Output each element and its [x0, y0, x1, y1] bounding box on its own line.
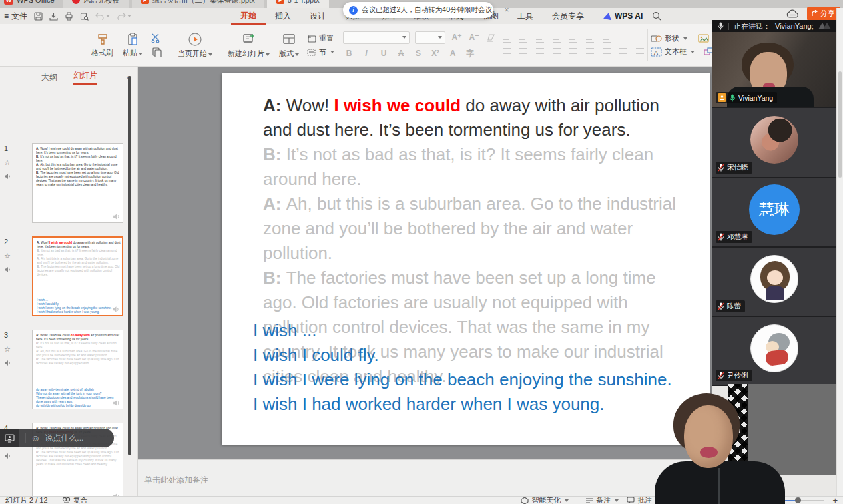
- line-spacing-sub-icon[interactable]: [602, 47, 611, 55]
- vertical-scrollbar[interactable]: [838, 71, 842, 178]
- layout-button[interactable]: 版式: [274, 32, 304, 59]
- shapes-button[interactable]: 形状: [651, 33, 687, 43]
- slide-thumbnail-3[interactable]: A: Wow! I wish we could do away with air…: [32, 330, 123, 409]
- document-tab-2[interactable]: P5-1 T.pptx: [267, 0, 329, 8]
- align-right-icon[interactable]: [535, 47, 545, 55]
- menu-tab-开始[interactable]: 开始: [231, 8, 266, 25]
- slide-sorter-view-button[interactable]: [685, 497, 694, 504]
- slide-thumbnail-2[interactable]: A: Wow! I wish we could do away with air…: [32, 236, 123, 316]
- zoom-slider[interactable]: [780, 500, 824, 501]
- line-spacing-icon[interactable]: [619, 47, 628, 55]
- notes-button[interactable]: 备注: [585, 495, 619, 504]
- save-icon[interactable]: [34, 12, 43, 21]
- participant-tile-宋怡晓[interactable]: 宋怡晓: [712, 108, 836, 177]
- audio-icon[interactable]: [4, 360, 11, 366]
- textbox-button[interactable]: A 文本框: [651, 47, 695, 57]
- slide-thumbnail-1[interactable]: A: Wow! I wish we could do away with air…: [32, 143, 123, 223]
- audio-icon[interactable]: [4, 173, 11, 180]
- thumbnail-audio-badge[interactable]: [113, 213, 121, 220]
- vertical-align-icon[interactable]: [635, 47, 645, 55]
- copy-format-icon[interactable]: [602, 36, 611, 43]
- emoji-icon[interactable]: ☺: [31, 433, 40, 443]
- menu-tab-插入[interactable]: 插入: [266, 9, 300, 24]
- line-spacing-add-icon[interactable]: [585, 47, 595, 55]
- menu-tab-设计[interactable]: 设计: [300, 9, 335, 24]
- menu-tab-工具[interactable]: 工具: [508, 9, 543, 24]
- increase-font-icon[interactable]: A⁺: [451, 33, 463, 42]
- zoom-slider-knob[interactable]: [795, 497, 801, 503]
- undo-icon[interactable]: [95, 12, 110, 20]
- slideshow-play-button[interactable]: [718, 497, 730, 504]
- print-icon[interactable]: [65, 12, 73, 21]
- format-painter-button[interactable]: 格式刷: [87, 33, 118, 58]
- shadow-icon[interactable]: S: [412, 49, 424, 58]
- font-name-select[interactable]: [343, 31, 410, 44]
- number-list-icon[interactable]: [519, 36, 528, 43]
- section-button[interactable]: 节: [306, 47, 334, 57]
- play-from-current-button[interactable]: 当页开始: [173, 32, 217, 59]
- participant-tile-陈蕾[interactable]: 陈蕾: [712, 248, 836, 316]
- decrease-indent-icon[interactable]: [535, 36, 545, 43]
- paste-button[interactable]: 粘贴: [118, 33, 147, 58]
- font-size-select[interactable]: [415, 31, 445, 44]
- clear-format-icon[interactable]: [485, 33, 496, 42]
- share-button[interactable]: 分享: [807, 7, 840, 21]
- file-menu[interactable]: ≡ 文件: [0, 11, 34, 22]
- document-tab-1[interactable]: P综合英语III（二）集体备课.pptx: [132, 0, 264, 8]
- smart-beautify-button[interactable]: 智能美化: [521, 495, 569, 504]
- text-direction-icon[interactable]: [569, 36, 578, 43]
- chat-input[interactable]: ☺ 说点什么...: [19, 429, 114, 447]
- thumbnail-audio-badge[interactable]: [112, 306, 120, 313]
- print-preview-icon[interactable]: [80, 12, 89, 21]
- slide-wish-lines[interactable]: I wish ...I wish I could fly.I wish I we…: [253, 318, 693, 417]
- copy-icon[interactable]: [151, 47, 163, 57]
- cloud-sync-icon[interactable]: [784, 7, 802, 21]
- theme-indicator[interactable]: 复合: [62, 495, 88, 504]
- animation-star-icon[interactable]: ☆: [4, 345, 11, 354]
- tab-slides[interactable]: 幻灯片: [73, 70, 97, 85]
- menu-tab-会员专享[interactable]: 会员专享: [543, 9, 593, 24]
- wps-ai-menu[interactable]: WPS AI: [604, 11, 643, 21]
- decrease-font-icon[interactable]: A⁻: [468, 33, 480, 42]
- normal-view-button[interactable]: [669, 497, 677, 504]
- new-slide-button[interactable]: 新建幻灯片: [223, 32, 274, 59]
- zoom-out-icon[interactable]: [738, 497, 746, 504]
- animation-star-icon[interactable]: ☆: [4, 252, 11, 260]
- home-tab[interactable]: WWPS Office: [0, 0, 63, 8]
- justify-icon[interactable]: [552, 47, 561, 55]
- increase-indent-icon[interactable]: [552, 36, 561, 43]
- text-sort-icon[interactable]: [585, 36, 595, 43]
- participant-tile-尹伶俐[interactable]: 尹伶俐: [712, 317, 836, 385]
- search-icon[interactable]: [652, 11, 661, 21]
- redo-icon[interactable]: [117, 12, 131, 20]
- bullet-list-icon[interactable]: [502, 36, 511, 43]
- audio-icon[interactable]: [4, 266, 11, 273]
- comments-button[interactable]: 批注: [627, 495, 652, 504]
- document-tab-0[interactable]: 风语兄楼夜: [63, 0, 129, 8]
- audio-icon[interactable]: [4, 453, 11, 459]
- animation-star-icon[interactable]: ☆: [4, 158, 11, 167]
- cut-icon[interactable]: [151, 33, 163, 43]
- projector-view-button[interactable]: [702, 497, 710, 504]
- reset-button[interactable]: 重置: [306, 33, 334, 43]
- align-left-icon[interactable]: [502, 47, 511, 55]
- slide-canvas[interactable]: A: Wow! I wish we could do away with air…: [222, 73, 710, 445]
- participant-tile-邓慧琳[interactable]: 慧琳邓慧琳: [712, 178, 836, 246]
- align-center-icon[interactable]: [519, 47, 528, 55]
- notes-pane[interactable]: 单击此处添加备注: [138, 459, 712, 496]
- strikethrough-icon[interactable]: A: [395, 49, 407, 58]
- bold-icon[interactable]: B: [343, 49, 355, 58]
- thumbnail-audio-badge[interactable]: [113, 399, 121, 407]
- superscript-icon[interactable]: X²: [429, 49, 441, 58]
- meeting-chat-bar[interactable]: ☺ 说点什么...: [0, 429, 114, 447]
- zoom-in-icon[interactable]: +: [832, 495, 838, 504]
- distribute-icon[interactable]: [569, 47, 578, 55]
- char-tools-icon[interactable]: 字: [464, 48, 476, 59]
- thumbnails-scrollbar[interactable]: [128, 76, 131, 455]
- underline-icon[interactable]: U: [378, 49, 390, 58]
- toast-close-icon[interactable]: ×: [505, 5, 509, 15]
- participant-tile-VivianYang[interactable]: VivianYang: [712, 32, 836, 107]
- font-color-icon[interactable]: A: [447, 49, 459, 58]
- member-list-icon[interactable]: [0, 429, 19, 447]
- output-icon[interactable]: [49, 12, 58, 21]
